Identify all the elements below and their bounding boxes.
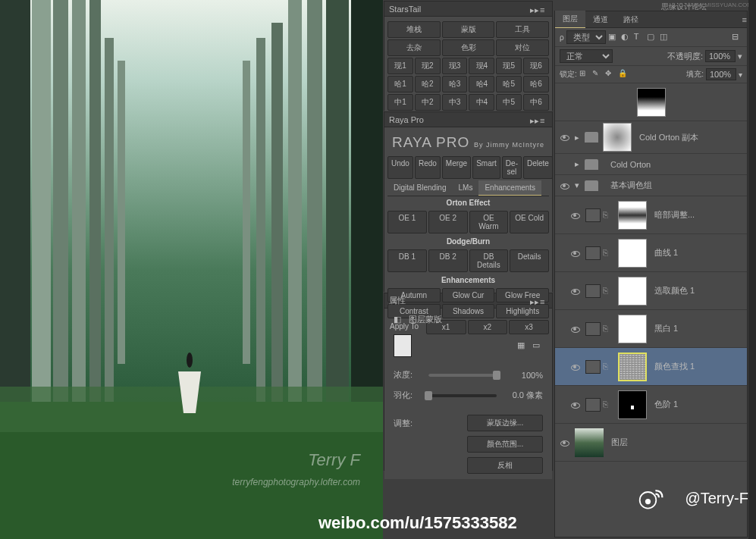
st-btn[interactable]: 去杂 bbox=[387, 39, 441, 56]
folder-toggle-icon[interactable]: ▸ bbox=[575, 159, 582, 169]
st-btn[interactable]: 哈2 bbox=[415, 76, 441, 92]
mask-thumb[interactable] bbox=[618, 353, 647, 381]
opacity-value[interactable]: 100% bbox=[705, 50, 736, 62]
fill-value[interactable]: 100% bbox=[706, 68, 736, 80]
layer-group-cold-orton-copy[interactable]: ▸ Cold Orton 副本 bbox=[555, 121, 747, 154]
layer-row-curves[interactable]: ⎘ 曲线 1 bbox=[555, 234, 747, 272]
mask-thumb[interactable] bbox=[603, 123, 632, 152]
link-icon[interactable]: ⎘ bbox=[603, 210, 613, 221]
filter-adjust-icon[interactable]: ◐ bbox=[621, 32, 632, 42]
apply-x2[interactable]: x2 bbox=[468, 320, 508, 334]
link-icon[interactable]: ⎘ bbox=[603, 362, 613, 372]
density-slider[interactable] bbox=[428, 374, 497, 377]
st-btn[interactable]: 现4 bbox=[469, 58, 494, 74]
mask-thumb[interactable] bbox=[618, 315, 647, 343]
mask-thumb[interactable] bbox=[618, 277, 647, 306]
lock-pixels-icon[interactable]: ✎ bbox=[592, 69, 603, 80]
st-btn[interactable]: 现6 bbox=[523, 58, 549, 74]
raya-delete[interactable]: Delete bbox=[523, 156, 553, 179]
db2-button[interactable]: DB 2 bbox=[428, 249, 468, 272]
st-btn[interactable]: 中5 bbox=[496, 94, 522, 111]
lock-position-icon[interactable]: ✥ bbox=[605, 69, 616, 80]
layer-label[interactable]: 颜色查找 1 bbox=[654, 361, 744, 372]
st-btn[interactable]: 中1 bbox=[387, 94, 413, 111]
visibility-toggle[interactable] bbox=[569, 361, 581, 373]
oe2-button[interactable]: OE 2 bbox=[428, 211, 468, 233]
mask-thumb[interactable] bbox=[637, 88, 666, 117]
density-value[interactable]: 100% bbox=[501, 371, 543, 380]
panel-menu-icon[interactable]: ≡ bbox=[540, 297, 547, 305]
st-btn[interactable]: 哈5 bbox=[496, 76, 522, 92]
visibility-toggle[interactable] bbox=[569, 209, 581, 221]
layer-row-image[interactable]: 图层 bbox=[555, 424, 747, 462]
st-btn[interactable]: 现2 bbox=[415, 58, 441, 74]
db1-button[interactable]: DB 1 bbox=[387, 249, 427, 272]
filter-type-icon[interactable]: T bbox=[634, 32, 645, 42]
visibility-toggle[interactable] bbox=[558, 158, 570, 171]
oe1-button[interactable]: OE 1 bbox=[387, 211, 427, 233]
layer-label[interactable]: 基本调色组 bbox=[610, 180, 744, 191]
st-btn[interactable]: 哈3 bbox=[442, 76, 468, 92]
layers-list[interactable]: ▸ Cold Orton 副本 ▸ Cold Orton ▾ bbox=[555, 83, 747, 512]
raya-smart[interactable]: Smart bbox=[472, 156, 500, 179]
filter-image-icon[interactable]: ▣ bbox=[608, 32, 619, 42]
panel-collapse-icon[interactable]: ▸▸ bbox=[530, 5, 538, 13]
raya-tab-blending[interactable]: Digital Blending bbox=[387, 180, 453, 196]
st-btn[interactable]: 中6 bbox=[523, 94, 549, 111]
layer-group-cold-orton[interactable]: ▸ Cold Orton bbox=[555, 154, 747, 175]
st-btn[interactable]: 现3 bbox=[442, 58, 468, 74]
layer-label[interactable]: 图层 bbox=[611, 437, 744, 448]
layer-row-levels[interactable]: ⎘ 色阶 1 bbox=[555, 386, 747, 424]
panel-collapse-icon[interactable]: ▸▸ bbox=[530, 116, 538, 124]
details-button[interactable]: Details bbox=[510, 249, 549, 272]
raya-tab-lms[interactable]: LMs bbox=[453, 180, 479, 196]
panel-collapse-icon[interactable]: ▸▸ bbox=[530, 297, 538, 305]
layer-label[interactable]: 色阶 1 bbox=[654, 399, 744, 410]
visibility-toggle[interactable] bbox=[569, 323, 581, 335]
raya-desel[interactable]: De-sel bbox=[502, 156, 522, 179]
st-btn[interactable]: 中4 bbox=[469, 94, 494, 111]
layer-label[interactable]: Cold Orton bbox=[610, 160, 744, 169]
layer-filter-select[interactable]: 类型 bbox=[566, 30, 606, 44]
invert-button[interactable]: 反相 bbox=[467, 457, 543, 474]
lock-transparency-icon[interactable]: ⊞ bbox=[579, 69, 590, 80]
layer-row-dark-adjust[interactable]: ⎘ 暗部调整... bbox=[555, 196, 747, 234]
visibility-toggle[interactable] bbox=[569, 285, 581, 297]
panel-menu-icon[interactable]: ≡ bbox=[742, 15, 747, 24]
link-icon[interactable]: ⎘ bbox=[603, 324, 613, 334]
st-btn[interactable]: 哈4 bbox=[469, 76, 494, 92]
st-btn[interactable]: 堆栈 bbox=[387, 21, 441, 38]
layer-label[interactable]: 曲线 1 bbox=[654, 247, 744, 259]
vector-mask-icon[interactable]: ▭ bbox=[532, 340, 543, 351]
visibility-toggle[interactable] bbox=[558, 180, 570, 192]
feather-slider[interactable] bbox=[428, 394, 497, 397]
st-btn[interactable]: 中3 bbox=[442, 94, 468, 111]
raya-tab-enhancements[interactable]: Enhancements bbox=[478, 180, 541, 196]
visibility-toggle[interactable] bbox=[558, 131, 570, 143]
raya-undo[interactable]: Undo bbox=[387, 156, 413, 179]
st-btn[interactable]: 对位 bbox=[496, 39, 549, 56]
layer-label[interactable]: 暗部调整... bbox=[654, 209, 744, 221]
visibility-toggle[interactable] bbox=[569, 399, 581, 411]
st-btn[interactable]: 蒙版 bbox=[442, 21, 495, 38]
panel-menu-icon[interactable]: ≡ bbox=[540, 5, 547, 13]
apply-x3[interactable]: x3 bbox=[509, 320, 549, 334]
layer-label[interactable]: 选取颜色 1 bbox=[654, 285, 744, 296]
st-btn[interactable]: 哈1 bbox=[387, 76, 413, 92]
tab-layers[interactable]: 图层 bbox=[555, 11, 585, 28]
fill-dropdown-icon[interactable]: ▾ bbox=[739, 71, 742, 79]
collapsed-right-dock[interactable] bbox=[748, 0, 756, 539]
raya-merge[interactable]: Merge bbox=[442, 156, 471, 179]
mask-thumb[interactable] bbox=[618, 201, 647, 230]
filter-smart-icon[interactable]: ◫ bbox=[660, 32, 670, 42]
dbdetails-button[interactable]: DB Details bbox=[469, 249, 509, 272]
st-btn[interactable]: 中2 bbox=[415, 94, 441, 111]
link-icon[interactable]: ⎘ bbox=[603, 400, 613, 410]
st-btn[interactable]: 哈6 bbox=[523, 76, 549, 92]
folder-toggle-icon[interactable]: ▸ bbox=[575, 133, 582, 143]
filter-shape-icon[interactable]: ▢ bbox=[647, 32, 657, 42]
layer-label[interactable]: Cold Orton 副本 bbox=[639, 132, 744, 143]
visibility-toggle[interactable] bbox=[558, 437, 570, 449]
layer-row[interactable] bbox=[555, 83, 747, 121]
st-btn[interactable]: 现1 bbox=[387, 58, 413, 74]
